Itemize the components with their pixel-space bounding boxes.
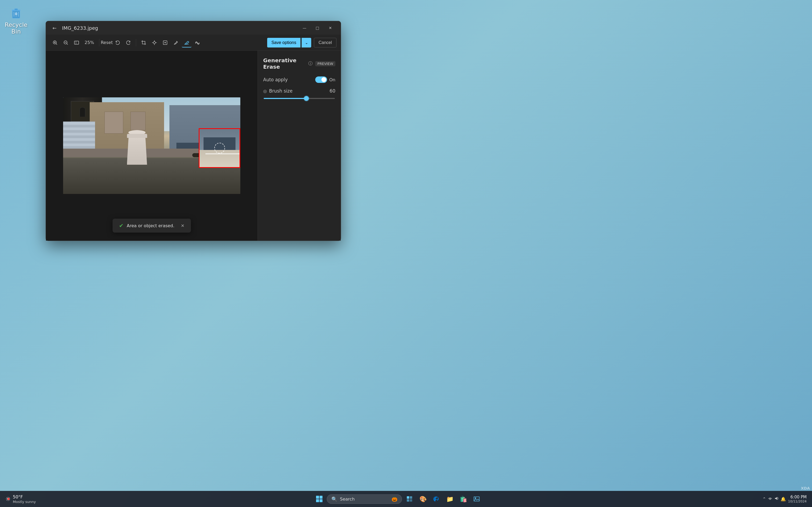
speaker-icon[interactable] bbox=[774, 496, 779, 502]
right-panel: Generative Erase ⓘ PREVIEW Auto apply On bbox=[257, 51, 341, 241]
weather-desc: Mostly sunny bbox=[13, 500, 36, 504]
recycle-bin-label: Recycle Bin bbox=[5, 21, 28, 35]
start-button[interactable] bbox=[313, 493, 325, 505]
win-logo-quad-3 bbox=[316, 499, 319, 502]
brush-size-label: Brush size bbox=[269, 88, 327, 94]
panel-title: Generative Erase bbox=[263, 57, 306, 70]
toast-message: Area or object erased. bbox=[127, 223, 174, 228]
filter-tool-button[interactable] bbox=[160, 38, 170, 48]
brush-size-row: ◎ Brush size 60 bbox=[263, 88, 336, 94]
milkshake-cup bbox=[127, 130, 147, 165]
redo-button[interactable] bbox=[123, 38, 133, 48]
toast-notification: ✔ Area or object erased. ✕ bbox=[112, 219, 191, 233]
taskbar: ☀️ 50°F Mostly sunny 🔍 bbox=[0, 491, 812, 507]
win-logo-quad-2 bbox=[319, 496, 322, 499]
toolbar-separator-2 bbox=[136, 39, 136, 46]
slider-track[interactable] bbox=[264, 98, 335, 99]
svg-text:♻: ♻ bbox=[15, 12, 18, 16]
info-icon[interactable]: ⓘ bbox=[308, 61, 313, 66]
edge-browser-button[interactable] bbox=[430, 493, 442, 505]
image-canvas[interactable]: ✔ Area or object erased. ✕ bbox=[46, 51, 257, 241]
search-icon: 🔍 bbox=[332, 496, 337, 502]
microsoft-store-button[interactable]: 🛍️ bbox=[457, 493, 469, 505]
search-text: Search bbox=[340, 497, 355, 502]
svg-rect-14 bbox=[74, 41, 79, 44]
desktop: ♻ Recycle Bin ← IMG_6233.jpeg — □ ✕ bbox=[0, 0, 812, 507]
weather-icon-wrap: ☀️ bbox=[5, 496, 11, 502]
notification-dot bbox=[7, 498, 10, 500]
file-explorer-button[interactable]: 📁 bbox=[444, 493, 456, 505]
panel-header: Generative Erase ⓘ PREVIEW bbox=[263, 57, 336, 70]
preview-badge: PREVIEW bbox=[315, 61, 336, 66]
clock-time: 6:00 PM bbox=[788, 495, 807, 500]
windows-logo bbox=[316, 496, 322, 502]
brush-cursor bbox=[214, 143, 225, 154]
weather-info: 50°F Mostly sunny bbox=[13, 494, 36, 504]
photo-container bbox=[63, 97, 240, 194]
auto-apply-toggle[interactable] bbox=[315, 76, 327, 83]
back-button[interactable]: ← bbox=[50, 23, 59, 32]
title-bar: ← IMG_6233.jpeg — □ ✕ bbox=[46, 21, 341, 35]
photo-editor-window: ← IMG_6233.jpeg — □ ✕ bbox=[46, 21, 341, 241]
content-area: ✔ Area or object erased. ✕ Generative Er… bbox=[46, 51, 341, 241]
auto-apply-label: Auto apply bbox=[263, 77, 315, 82]
maximize-button[interactable]: □ bbox=[311, 23, 323, 32]
task-view-button[interactable] bbox=[404, 493, 415, 505]
slider-thumb[interactable] bbox=[304, 96, 309, 101]
svg-rect-2 bbox=[14, 9, 18, 10]
reset-button[interactable]: Reset bbox=[102, 38, 112, 48]
erase-tool-button[interactable] bbox=[182, 38, 192, 48]
search-emoji: 🎃 bbox=[392, 496, 397, 502]
taskbar-right: ⌃ 🔔 6:00 PM 10/1 bbox=[758, 495, 807, 503]
selection-box bbox=[199, 128, 240, 168]
win-logo-quad-4 bbox=[319, 499, 322, 502]
auto-apply-toggle-container: On bbox=[315, 76, 336, 83]
win-logo-quad-1 bbox=[316, 496, 319, 499]
minimize-button[interactable]: — bbox=[298, 23, 311, 32]
toast-close-button[interactable]: ✕ bbox=[181, 223, 184, 228]
brush-size-value: 60 bbox=[327, 88, 336, 94]
fit-to-screen-button[interactable] bbox=[72, 38, 81, 48]
auto-apply-row: Auto apply On bbox=[263, 76, 336, 83]
svg-rect-25 bbox=[410, 496, 412, 499]
draw-tool-button[interactable] bbox=[171, 38, 181, 48]
brush-icon: ◎ bbox=[263, 89, 267, 94]
notification-bell-icon[interactable]: 🔔 bbox=[780, 497, 786, 502]
cancel-button[interactable]: Cancel bbox=[314, 38, 337, 48]
svg-rect-26 bbox=[407, 499, 409, 502]
taskbar-clock[interactable]: 6:00 PM 10/11/2024 bbox=[788, 495, 807, 503]
zoom-level: 25% bbox=[83, 40, 96, 45]
recycle-bin-icon[interactable]: ♻ Recycle Bin bbox=[5, 5, 27, 35]
save-options-button[interactable]: Save options bbox=[267, 38, 301, 48]
undo-button[interactable] bbox=[113, 38, 122, 48]
brush-size-slider-container bbox=[263, 98, 336, 99]
chevron-up-icon[interactable]: ⌃ bbox=[762, 497, 766, 502]
window-title: IMG_6233.jpeg bbox=[62, 25, 98, 31]
close-button[interactable]: ✕ bbox=[324, 23, 337, 32]
weather-temp: 50°F bbox=[13, 494, 23, 500]
taskbar-search[interactable]: 🔍 Search 🎃 bbox=[327, 494, 402, 504]
zoom-in-button[interactable] bbox=[50, 38, 60, 48]
selection-area bbox=[200, 129, 240, 167]
slider-fill bbox=[264, 98, 306, 99]
taskbar-center: 🔍 Search 🎃 🎨 📁 🛍️ bbox=[38, 493, 758, 505]
crop-tool-button[interactable] bbox=[139, 38, 149, 48]
photos-app-button[interactable] bbox=[471, 493, 483, 505]
toast-success-icon: ✔ bbox=[119, 222, 123, 229]
svg-line-8 bbox=[56, 44, 57, 45]
svg-rect-27 bbox=[410, 499, 412, 502]
toolbar-separator-1 bbox=[99, 39, 99, 46]
toggle-thumb bbox=[321, 77, 326, 82]
network-icon[interactable] bbox=[768, 496, 772, 502]
svg-point-16 bbox=[153, 42, 155, 44]
toolbar: 25% Reset bbox=[46, 35, 341, 51]
save-options-dropdown[interactable]: ⌄ bbox=[302, 38, 311, 48]
taskbar-weather: ☀️ 50°F Mostly sunny bbox=[5, 494, 38, 504]
auto-apply-state: On bbox=[329, 77, 336, 82]
effects-tool-button[interactable] bbox=[193, 38, 202, 48]
svg-line-12 bbox=[67, 44, 68, 45]
paint-app-button[interactable]: 🎨 bbox=[417, 493, 429, 505]
xda-watermark: XDA bbox=[801, 486, 810, 490]
zoom-out-button[interactable] bbox=[61, 38, 70, 48]
adjust-tool-button[interactable] bbox=[150, 38, 159, 48]
